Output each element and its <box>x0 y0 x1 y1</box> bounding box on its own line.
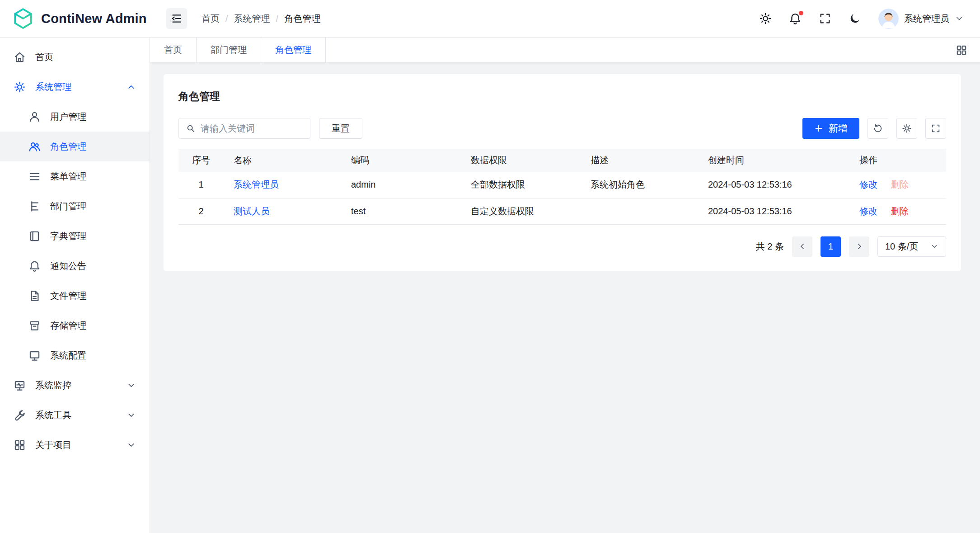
fullscreen-icon[interactable] <box>819 12 831 25</box>
tab-dept-management[interactable]: 部门管理 <box>197 38 261 62</box>
logo-cube-icon <box>12 7 34 30</box>
pagination: 共 2 条 1 10 条/页 <box>178 236 946 257</box>
cell-index: 2 <box>178 198 224 224</box>
settings-icon[interactable] <box>759 12 772 25</box>
sidebar-item-label: 系统工具 <box>35 409 71 421</box>
sidebar-collapse-button[interactable] <box>166 8 187 29</box>
topbar-actions: 系统管理员 <box>759 9 964 29</box>
page-content[interactable]: 角色管理 重置 新增 <box>150 63 980 533</box>
add-button-label: 新增 <box>829 122 848 135</box>
tree-icon <box>28 200 41 212</box>
column-settings-icon[interactable] <box>896 118 917 139</box>
wrench-icon <box>14 409 26 421</box>
pagination-prev-button[interactable] <box>792 236 812 257</box>
user-group-icon <box>28 141 41 153</box>
breadcrumb-system[interactable]: 系统管理 <box>234 13 270 25</box>
add-button[interactable]: 新增 <box>802 118 859 139</box>
monitor-pulse-icon <box>14 379 26 391</box>
pagination-page-1[interactable]: 1 <box>821 236 841 257</box>
sidebar-item-system-monitor[interactable]: 系统监控 <box>0 370 150 400</box>
moon-icon[interactable] <box>849 12 861 25</box>
cell-data-scope: 全部数据权限 <box>461 172 581 198</box>
breadcrumb-separator: / <box>276 14 279 24</box>
edit-link[interactable]: 修改 <box>859 179 877 189</box>
table-toolbar: 重置 新增 <box>178 118 946 139</box>
cell-created-time: 2024-05-03 12:53:16 <box>698 198 849 224</box>
app-root: ContiNew Admin 首页 / 系统管理 / 角色管理 系统管理员 <box>0 0 980 533</box>
tab-role-management[interactable]: 角色管理 <box>261 38 326 62</box>
sidebar-item-notice[interactable]: 通知公告 <box>0 251 150 281</box>
cell-name: 系统管理员 <box>224 172 341 198</box>
sidebar-item-menu-management[interactable]: 菜单管理 <box>0 161 150 191</box>
breadcrumb-home[interactable]: 首页 <box>202 13 220 25</box>
reset-button[interactable]: 重置 <box>319 118 362 139</box>
role-name-link[interactable]: 测试人员 <box>234 206 270 216</box>
chevron-down-icon <box>127 381 136 390</box>
cell-name: 测试人员 <box>224 198 341 224</box>
app-title: ContiNew Admin <box>41 11 147 26</box>
search-input[interactable] <box>201 123 303 134</box>
cell-code: admin <box>341 172 461 198</box>
toolbar-actions: 新增 <box>802 118 946 139</box>
page-size-select[interactable]: 10 条/页 <box>877 236 946 257</box>
cell-index: 1 <box>178 172 224 198</box>
col-header-code: 编码 <box>341 149 461 172</box>
table-row: 1 系统管理员 admin 全部数据权限 系统初始角色 2024-05-03 1… <box>178 172 946 198</box>
sidebar-item-label: 部门管理 <box>50 200 86 212</box>
chevron-down-icon <box>127 440 136 450</box>
user-icon <box>28 111 41 123</box>
delete-link[interactable]: 删除 <box>891 206 909 216</box>
edit-link[interactable]: 修改 <box>859 206 877 216</box>
pagination-next-button[interactable] <box>849 236 869 257</box>
tab-actions <box>956 38 980 62</box>
pagination-total: 共 2 条 <box>756 241 784 253</box>
book-icon <box>28 230 41 242</box>
sidebar-item-system-config[interactable]: 系统配置 <box>0 340 150 370</box>
page-size-value: 10 条/页 <box>885 241 918 253</box>
refresh-icon[interactable] <box>867 118 888 139</box>
sidebar: 首页 系统管理 用户管理 角色管理 菜单管理 <box>0 38 150 533</box>
page-title: 角色管理 <box>178 90 946 104</box>
sidebar-item-label: 文件管理 <box>50 290 86 302</box>
sidebar-item-about-project[interactable]: 关于项目 <box>0 430 150 460</box>
chevron-down-icon <box>955 14 964 23</box>
cell-code: test <box>341 198 461 224</box>
breadcrumb-separator: / <box>225 14 228 24</box>
col-header-actions: 操作 <box>849 149 946 172</box>
tab-home[interactable]: 首页 <box>150 38 197 62</box>
chevron-up-icon <box>127 82 136 92</box>
sidebar-item-dept-management[interactable]: 部门管理 <box>0 191 150 221</box>
sidebar-item-label: 菜单管理 <box>50 170 86 183</box>
tab-list-menu-icon[interactable] <box>956 44 967 56</box>
sidebar-item-system-management[interactable]: 系统管理 <box>0 72 150 102</box>
col-header-created-time: 创建时间 <box>698 149 849 172</box>
delete-link[interactable]: 删除 <box>891 179 909 189</box>
sidebar-item-system-tools[interactable]: 系统工具 <box>0 400 150 430</box>
sidebar-item-dict-management[interactable]: 字典管理 <box>0 221 150 251</box>
sidebar-item-label: 系统配置 <box>50 349 86 362</box>
sidebar-item-user-management[interactable]: 用户管理 <box>0 102 150 132</box>
bell-icon[interactable] <box>789 12 802 25</box>
user-menu[interactable]: 系统管理员 <box>878 9 964 29</box>
sidebar-item-home[interactable]: 首页 <box>0 42 150 72</box>
cell-actions: 修改 删除 <box>849 198 946 224</box>
bell-icon <box>28 260 41 272</box>
sidebar-item-label: 系统监控 <box>35 379 71 391</box>
logo[interactable]: ContiNew Admin <box>0 7 150 30</box>
chevron-down-icon <box>930 242 938 250</box>
sidebar-item-label: 字典管理 <box>50 230 86 242</box>
tab-bar: 首页 部门管理 角色管理 <box>150 38 980 63</box>
sidebar-item-role-management[interactable]: 角色管理 <box>0 132 150 161</box>
archive-icon <box>28 320 41 332</box>
table-fullscreen-icon[interactable] <box>925 118 946 139</box>
sidebar-item-storage-management[interactable]: 存储管理 <box>0 311 150 340</box>
cell-created-time: 2024-05-03 12:53:16 <box>698 172 849 198</box>
chevron-right-icon <box>855 242 864 251</box>
notification-dot <box>799 11 803 15</box>
role-name-link[interactable]: 系统管理员 <box>234 179 279 189</box>
sidebar-item-label: 角色管理 <box>50 141 86 153</box>
sidebar-item-file-management[interactable]: 文件管理 <box>0 281 150 311</box>
system-management-submenu: 用户管理 角色管理 菜单管理 部门管理 字典管理 <box>0 102 150 370</box>
col-header-index: 序号 <box>178 149 224 172</box>
apps-grid-icon <box>14 439 26 451</box>
